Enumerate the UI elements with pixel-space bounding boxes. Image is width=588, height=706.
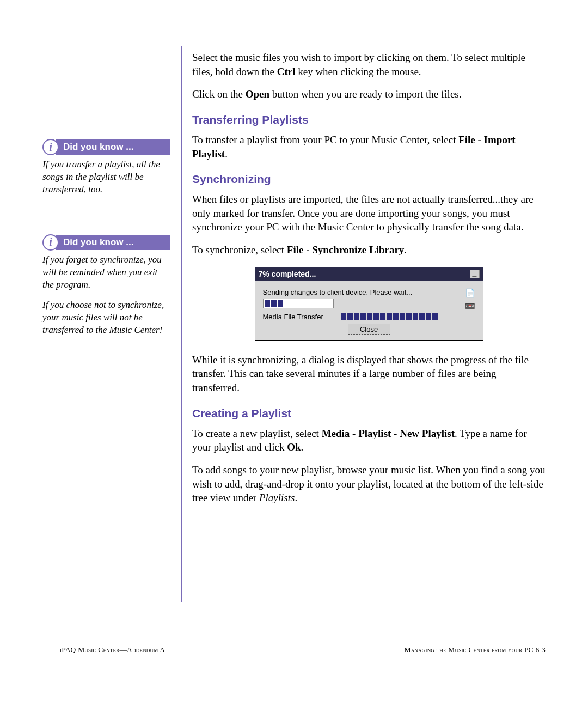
paragraph: To synchronize, select File - Synchroniz… bbox=[192, 243, 546, 257]
text: To add songs to your new playlist, brows… bbox=[192, 464, 545, 503]
close-button: Close bbox=[348, 324, 390, 335]
footer-right: Managing the Music Center from your PC 6… bbox=[404, 646, 546, 654]
section-heading-creating: Creating a Playlist bbox=[192, 407, 546, 420]
callout-paragraph: If you forget to synchronize, you will b… bbox=[42, 254, 170, 291]
callout-box: i Did you know ... If you transfer a pla… bbox=[42, 139, 170, 196]
main-content: Select the music files you wish to impor… bbox=[182, 46, 546, 602]
page-footer: iPAQ Music Center—Addendum A Managing th… bbox=[60, 646, 546, 654]
callout-header: i Did you know ... bbox=[42, 234, 170, 251]
sidebar: i Did you know ... If you transfer a pla… bbox=[42, 46, 181, 602]
info-icon: i bbox=[42, 139, 59, 155]
paragraph: To add songs to your new playlist, brows… bbox=[192, 463, 546, 505]
dialog-title: 7% completed... bbox=[259, 270, 316, 278]
text: Click on the bbox=[192, 88, 246, 100]
paragraph: Select the music files you wish to impor… bbox=[192, 51, 546, 78]
dialog-body-top: Sending changes to client device. Please… bbox=[263, 288, 475, 313]
callout-banner: Did you know ... bbox=[56, 235, 170, 250]
page-container: i Did you know ... If you transfer a pla… bbox=[42, 46, 546, 602]
callout-text: If you transfer a playlist, all the song… bbox=[42, 159, 170, 196]
paragraph: To create a new playlist, select Media -… bbox=[192, 427, 546, 454]
text: . bbox=[295, 492, 297, 503]
section-heading-transferring: Transferring Playlists bbox=[192, 113, 546, 126]
bold-text: Ok bbox=[287, 441, 301, 453]
device-icon: 📼 bbox=[465, 301, 475, 311]
callout-text: If you forget to synchronize, you will b… bbox=[42, 254, 170, 337]
footer-left: iPAQ Music Center—Addendum A bbox=[60, 646, 165, 654]
minimize-icon: _ bbox=[470, 270, 480, 278]
callout-paragraph: If you transfer a playlist, all the song… bbox=[42, 159, 170, 196]
paragraph: When files or playlists are imported, th… bbox=[192, 192, 546, 234]
text: To create a new playlist, select bbox=[192, 428, 322, 439]
dialog-row: Media File Transfer bbox=[263, 313, 475, 321]
bold-text: Open bbox=[246, 88, 270, 100]
bold-text: Ctrl bbox=[277, 66, 296, 77]
section-heading-synchronizing: Synchronizing bbox=[192, 173, 546, 186]
text: . bbox=[404, 244, 407, 255]
paragraph: To transfer a playlist from your PC to y… bbox=[192, 133, 546, 161]
text: . bbox=[225, 148, 228, 160]
progress-bar-overall bbox=[263, 299, 334, 308]
document-icon: 📄 bbox=[465, 288, 475, 298]
paragraph: Click on the Open button when you are re… bbox=[192, 87, 546, 101]
bold-text: Media - Playlist - New Playlist bbox=[322, 428, 455, 439]
progress-dialog: 7% completed... _ Sending changes to cli… bbox=[255, 267, 483, 341]
text: To synchronize, select bbox=[192, 244, 287, 255]
dialog-body: Sending changes to client device. Please… bbox=[255, 281, 483, 340]
italic-text: Playlists bbox=[259, 492, 295, 503]
text: . bbox=[301, 441, 304, 453]
text: To transfer a playlist from your PC to y… bbox=[192, 134, 458, 145]
progress-dialog-screenshot: 7% completed... _ Sending changes to cli… bbox=[255, 267, 483, 341]
text: key when clicking the mouse. bbox=[295, 66, 421, 77]
callout-banner: Did you know ... bbox=[56, 139, 170, 155]
text: button when you are ready to import the … bbox=[270, 88, 461, 100]
info-icon: i bbox=[42, 234, 59, 251]
callout-header: i Did you know ... bbox=[42, 139, 170, 155]
dialog-message: Sending changes to client device. Please… bbox=[263, 288, 413, 296]
dialog-titlebar: 7% completed... _ bbox=[255, 267, 483, 281]
callout-box: i Did you know ... If you forget to sync… bbox=[42, 234, 170, 337]
bold-text: File - Synchronize Library bbox=[287, 244, 405, 255]
progress-bar-file bbox=[341, 313, 466, 321]
paragraph: While it is synchronizing, a dialog is d… bbox=[192, 353, 546, 395]
sync-icons: 📄 📼 bbox=[465, 288, 475, 311]
dialog-row-label: Media File Transfer bbox=[263, 313, 323, 321]
callout-paragraph: If you choose not to synchronize, your m… bbox=[42, 299, 170, 337]
